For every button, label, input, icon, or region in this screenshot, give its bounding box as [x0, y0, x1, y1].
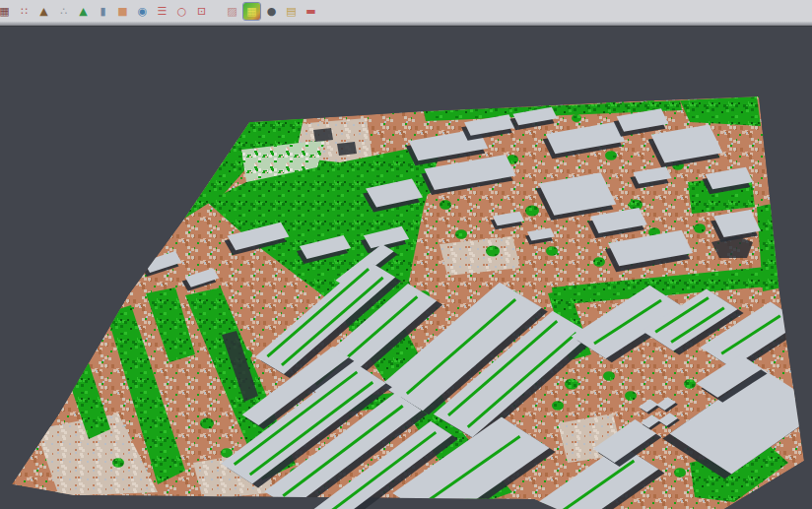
image-mosaic-icon[interactable]: ▦	[0, 3, 13, 20]
hut-shadow	[337, 142, 357, 156]
3d-viewport[interactable]	[0, 0, 812, 509]
clip-section-icon[interactable]: ▨	[224, 3, 240, 20]
globe-view-icon[interactable]: ◉	[134, 3, 151, 20]
display-by-class-icon[interactable]: ▦	[243, 3, 260, 20]
layer-stack-icon[interactable]: ☰	[154, 3, 170, 20]
application-window: ▦∷▲∴▲▮■◉☰○⊡▨▦●▤▬	[0, 0, 812, 509]
point-cloud-icon[interactable]: ∴	[55, 3, 72, 20]
measure-grid-icon[interactable]: ▤	[283, 3, 300, 20]
hut-shadow	[313, 128, 333, 142]
point-cloud-render[interactable]	[0, 0, 812, 509]
toolbar-bevel	[0, 22, 812, 27]
profile-view-icon[interactable]: ▮	[95, 3, 111, 20]
flag-marker-icon[interactable]: ▬	[303, 3, 319, 20]
circle-select-icon[interactable]: ○	[173, 3, 190, 20]
classify-points-icon[interactable]: ∷	[16, 3, 33, 20]
orthophoto-icon[interactable]: ■	[114, 3, 131, 20]
terrain-model-icon[interactable]: ▲	[75, 3, 92, 20]
sphere-render-icon[interactable]: ●	[263, 3, 280, 20]
toolbar: ▦∷▲∴▲▮■◉☰○⊡▨▦●▤▬	[0, 0, 812, 22]
crop-box-icon[interactable]: ⊡	[193, 3, 210, 20]
tin-model-icon[interactable]: ▲	[35, 3, 52, 20]
